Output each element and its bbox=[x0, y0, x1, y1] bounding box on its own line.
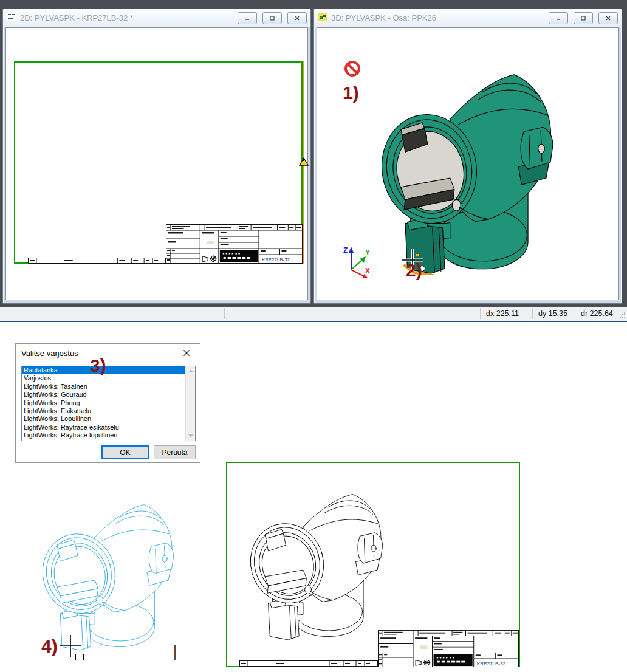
part-drawing-view bbox=[248, 476, 384, 641]
prohibition-icon bbox=[343, 60, 361, 78]
restore-button[interactable] bbox=[262, 12, 282, 24]
title-block bbox=[166, 224, 303, 264]
edge-grip-triangle-icon[interactable] bbox=[299, 157, 309, 166]
axes-triad-icon: Z Y X bbox=[339, 244, 372, 281]
listbox-item[interactable]: LightWorks: Raytrace lopullinen bbox=[22, 431, 195, 439]
minimize-button[interactable] bbox=[549, 12, 568, 24]
window-2d-title: 2D: PYLVASPK - KRP27LB-32 * bbox=[20, 13, 232, 22]
dialog-titlebar[interactable]: Valitse varjostus bbox=[16, 344, 200, 362]
window-3d: 3D: PYLVASPK - Osa: PPK26 1) bbox=[314, 9, 622, 304]
3d-viewport[interactable]: 1) Z Y X 2) bbox=[317, 27, 619, 300]
listbox-item[interactable]: LightWorks: Gouraud bbox=[22, 391, 195, 399]
scroll-up-arrow[interactable] bbox=[186, 366, 195, 375]
listbox-item[interactable]: LightWorks: Phong bbox=[22, 399, 195, 407]
listbox-item[interactable]: Rautalanka bbox=[22, 366, 195, 374]
3d-window-icon bbox=[318, 13, 327, 23]
step-annotation-2: 2) bbox=[406, 261, 422, 279]
status-dx: dx 225.11 bbox=[486, 309, 519, 318]
2d-window-icon bbox=[7, 13, 16, 23]
cursor-table-icon bbox=[72, 654, 84, 660]
window-2d: 2D: PYLVASPK - KRP27LB-32 * bbox=[2, 9, 311, 304]
window-3d-titlebar[interactable]: 3D: PYLVASPK - Osa: PPK26 bbox=[314, 9, 622, 27]
step-annotation-3: 3) bbox=[90, 357, 106, 375]
listbox-scrollbar[interactable] bbox=[185, 366, 195, 441]
resize-grip[interactable] bbox=[619, 312, 625, 318]
cancel-button[interactable]: Peruuta bbox=[154, 445, 196, 459]
snap-point-dot bbox=[416, 254, 419, 256]
listbox-item[interactable]: LightWorks: Raytrace esikatselu bbox=[22, 423, 195, 431]
revision-strip bbox=[239, 660, 378, 667]
revision-strip bbox=[28, 258, 166, 264]
window-3d-title: 3D: PYLVASPK - Osa: PPK26 bbox=[331, 13, 543, 22]
close-icon bbox=[183, 349, 190, 357]
shading-dialog: Valitse varjostus Rautalanka Varjostus L… bbox=[15, 343, 200, 463]
statusbar-separator bbox=[224, 308, 225, 319]
result-drawing-sheet bbox=[226, 462, 520, 667]
listbox-item[interactable]: LightWorks: Lopullinen bbox=[22, 415, 195, 423]
listbox-item[interactable]: LightWorks: Esikatselu bbox=[22, 407, 195, 415]
statusbar-separator bbox=[480, 308, 481, 319]
minimize-button[interactable] bbox=[238, 12, 257, 24]
status-bar: dx 225.11 dy 15.35 dr 225.64 bbox=[0, 307, 627, 322]
close-button[interactable] bbox=[598, 12, 618, 24]
restore-button[interactable] bbox=[574, 12, 593, 24]
dialog-close-button[interactable] bbox=[173, 344, 200, 362]
step-annotation-1: 1) bbox=[343, 84, 359, 102]
part-wireframe-preview bbox=[40, 486, 175, 651]
title-block bbox=[378, 630, 519, 667]
shading-listbox[interactable]: Rautalanka Varjostus LightWorks: Tasaine… bbox=[21, 366, 196, 441]
statusbar-separator bbox=[575, 308, 575, 319]
placement-edge-line bbox=[174, 645, 176, 660]
axis-z-label: Z bbox=[343, 246, 348, 255]
2d-drawing-canvas[interactable] bbox=[5, 27, 308, 300]
status-dy: dy 15.35 bbox=[538, 309, 567, 318]
dialog-title: Valitse varjostus bbox=[21, 349, 78, 358]
close-button[interactable] bbox=[287, 12, 307, 24]
window-2d-titlebar[interactable]: 2D: PYLVASPK - KRP27LB-32 * bbox=[3, 9, 310, 27]
listbox-item[interactable]: Varjostus bbox=[22, 374, 195, 382]
axis-y-label: Y bbox=[365, 249, 370, 257]
step-annotation-4: 4) bbox=[41, 637, 58, 656]
ok-button[interactable]: OK bbox=[101, 445, 149, 459]
axis-x-label: X bbox=[365, 267, 370, 275]
part-model-3d[interactable] bbox=[379, 49, 555, 275]
statusbar-separator bbox=[532, 308, 533, 319]
scroll-down-arrow[interactable] bbox=[186, 431, 195, 441]
cad-mdi-area: 2D: PYLVASPK - KRP27LB-32 * bbox=[0, 0, 627, 307]
page-background: Valitse varjostus Rautalanka Varjostus L… bbox=[0, 322, 627, 672]
status-dr: dr 225.64 bbox=[581, 309, 613, 318]
listbox-item[interactable]: LightWorks: Tasainen bbox=[22, 383, 195, 391]
tutorial-screenshot: KRP27LB-32 bbox=[0, 0, 627, 672]
